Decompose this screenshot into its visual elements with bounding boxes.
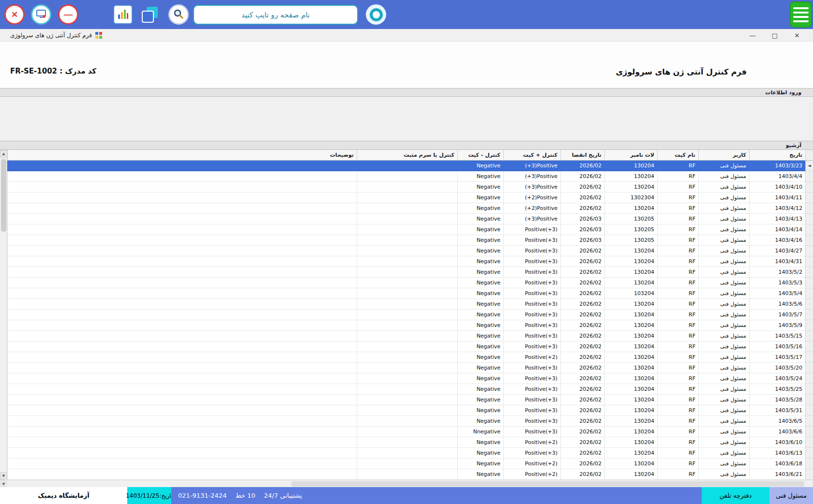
search-tool-button[interactable] [168,4,189,25]
row-selector[interactable] [805,331,813,341]
row-selector[interactable] [805,214,813,224]
table-row[interactable]: 1403/5/31مسئول فنیRF1302042026/02Positiv… [7,405,813,416]
table-row[interactable]: 1403/4/16مسئول فنیRF1302052026/03Positiv… [7,235,813,246]
table-row[interactable]: 1403/5/28مسئول فنیRF1302042026/02Positiv… [7,395,813,405]
table-row[interactable]: ◄1403/3/23مسئول فنیRF1302042026/02(+3)Po… [7,161,813,171]
row-selector[interactable] [805,256,813,267]
vertical-scroll-thumb[interactable] [1,159,6,232]
row-selector[interactable] [805,193,813,203]
row-selector[interactable] [805,459,813,469]
exit-button[interactable]: ✕ [4,4,25,25]
table-row[interactable]: 1403/4/10مسئول فنیRF1302042026/02(+3)Pos… [7,182,813,193]
table-row[interactable]: 1403/6/6مسئول فنیRF1302042026/02Positive… [7,427,813,437]
row-selector[interactable] [805,448,813,459]
table-cell: Positive(+2) [503,437,560,448]
table-row[interactable]: 1403/4/12مسئول فنیRF1302042026/02(+2)Pos… [7,203,813,214]
table-row[interactable]: 1403/4/14مسئول فنیRF1302052026/03Positiv… [7,224,813,235]
table-row[interactable]: 1403/4/4مسئول فنیRF1302042026/02(+3)Posi… [7,171,813,182]
windows-overlap-icon[interactable] [140,5,160,25]
desktop-button[interactable] [31,4,51,25]
table-row[interactable]: 1403/6/13مسئول فنیRF1302042026/02Positiv… [7,448,813,459]
horizontal-scroll-thumb[interactable] [291,481,804,487]
row-selector[interactable] [805,246,813,256]
row-selector[interactable] [805,437,813,448]
row-selector[interactable] [805,352,813,363]
row-selector[interactable] [805,267,813,278]
table-row[interactable]: 1403/5/24مسئول فنیRF1302042026/02Positiv… [7,373,813,384]
column-header[interactable]: تاریخ [749,150,805,161]
table-cell: Positive(+3) [503,331,560,341]
theme-circle-button[interactable] [366,4,386,25]
column-header[interactable]: کاربر [698,150,749,161]
column-header[interactable]: لات نامبر [604,150,657,161]
column-header[interactable]: کنترل با سرم مثبت [357,150,457,161]
window-maximize-button[interactable]: □ [764,32,786,39]
table-row[interactable]: 1403/6/18مسئول فنیRF1302042026/02Positiv… [7,459,813,469]
row-selector[interactable] [805,224,813,235]
row-selector[interactable] [805,373,813,384]
table-row[interactable]: 1403/4/31مسئول فنیRF1302042026/02Positiv… [7,256,813,267]
table-cell: Positive(+3) [503,246,560,256]
row-selector[interactable] [805,288,813,299]
table-cell: مسئول فنی [698,405,749,416]
table-row[interactable]: 1403/5/25مسئول فنیRF1302042026/02Positiv… [7,384,813,395]
row-selector[interactable] [805,384,813,395]
table-row[interactable]: 1403/5/2مسئول فنیRF1302042026/02Positive… [7,267,813,278]
row-selector[interactable] [805,405,813,416]
table-row[interactable]: 1403/5/7مسئول فنیRF1302042026/02Positive… [7,310,813,320]
table-cell: 1403/5/2 [749,267,805,278]
window-close-button[interactable]: ✕ [786,32,808,39]
table-cell: مسئول فنی [698,395,749,405]
column-header[interactable]: تاریخ انقضا [560,150,604,161]
row-selector[interactable] [805,395,813,405]
row-selector[interactable] [805,182,813,193]
row-selector[interactable] [805,320,813,331]
hamburger-menu-button[interactable] [790,1,812,28]
table-cell: 2026/02 [560,267,604,278]
row-selector[interactable] [805,363,813,373]
table-row[interactable]: 1403/6/5مسئول فنیRF1302042026/02Positive… [7,416,813,427]
scroll-up-icon[interactable]: ▲ [0,150,7,158]
column-header[interactable]: کنترل + کیت [503,150,560,161]
page-search-input[interactable] [193,5,358,25]
table-row[interactable]: 1403/5/17مسئول فنیRF1302042026/02Positiv… [7,352,813,363]
minimize-app-button[interactable]: — [58,4,78,25]
table-cell: RF [657,448,698,459]
row-selector[interactable] [805,235,813,246]
current-user-button[interactable]: مسئول فنی [769,487,813,504]
table-row[interactable]: 1403/6/10مسئول فنیRF1302042026/02Positiv… [7,437,813,448]
row-selector[interactable] [805,278,813,288]
row-selector[interactable] [805,416,813,427]
table-row[interactable]: 1403/5/3مسئول فنیRF1302042026/02Positive… [7,278,813,288]
table-row[interactable]: 1403/4/11مسئول فنیRF13023042026/02(+2)Po… [7,193,813,203]
table-row[interactable]: 1403/5/20مسئول فنیRF1302042026/02Positiv… [7,363,813,373]
row-selector[interactable] [805,310,813,320]
table-row[interactable]: 1403/6/21مسئول فنیRF1302042026/02Positiv… [7,469,813,480]
row-selector[interactable] [805,171,813,182]
scroll-down-icon[interactable]: ▼ [0,472,7,480]
table-row[interactable]: 1403/4/13مسئول فنیRF1302052026/03(+3)Pos… [7,214,813,224]
table-cell: Negative [457,203,503,214]
column-header[interactable]: کنترل - کیت [457,150,503,161]
row-selector[interactable] [805,341,813,352]
column-header[interactable]: توضیحات [7,150,357,161]
column-header[interactable]: نام کیت [657,150,698,161]
row-selector[interactable] [805,299,813,310]
window-minimize-button[interactable]: — [741,32,764,39]
table-row[interactable]: 1403/5/6مسئول فنیRF1302042026/02Positive… [7,299,813,310]
table-row[interactable]: 1403/5/9مسئول فنیRF1302042026/02Positive… [7,320,813,331]
table-row[interactable]: 1403/5/16مسئول فنیRF1302042026/02Positiv… [7,341,813,352]
row-selector[interactable] [805,469,813,480]
table-row[interactable]: 1403/5/15مسئول فنیRF1302042026/02Positiv… [7,331,813,341]
row-selector[interactable] [805,427,813,437]
table-cell: 1403/4/14 [749,224,805,235]
vertical-scrollbar[interactable]: ▲ ▼ [0,150,7,480]
phonebook-button[interactable]: دفترچه تلفن [702,487,769,504]
table-cell: 2026/03 [560,235,604,246]
horizontal-scrollbar[interactable]: ▼ [0,480,813,487]
row-selector[interactable] [805,203,813,214]
table-row[interactable]: 1403/4/27مسئول فنیRF1302042026/02Positiv… [7,246,813,256]
row-selector[interactable]: ◄ [805,161,813,171]
table-row[interactable]: 1403/5/4مسئول فنیRF1032042026/02Positive… [7,288,813,299]
charts-button[interactable] [113,5,133,24]
